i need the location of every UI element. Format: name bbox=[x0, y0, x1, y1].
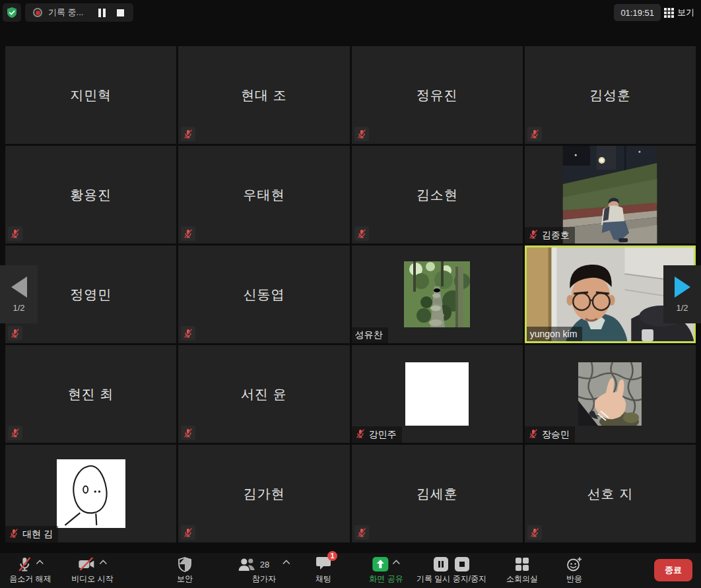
participant-tile[interactable]: 황용진 bbox=[5, 146, 176, 244]
muted-mic-icon bbox=[355, 428, 366, 439]
muted-mic-icon bbox=[356, 228, 367, 239]
chevron-up-icon[interactable] bbox=[392, 560, 400, 565]
participant-tile[interactable]: 장승민 bbox=[525, 345, 696, 443]
reactions-label: 반응 bbox=[566, 573, 582, 585]
meeting-toolbar: 음소거 해제 비디오 시작 보안 bbox=[0, 553, 701, 588]
muted-mic-icon bbox=[183, 527, 193, 538]
participant-tile[interactable]: 선호 지 bbox=[525, 445, 696, 542]
next-page-arrow-icon bbox=[675, 277, 690, 298]
participant-tile[interactable]: 우태현 bbox=[178, 146, 349, 244]
chevron-up-icon[interactable] bbox=[36, 560, 44, 565]
stop-recording-button[interactable] bbox=[117, 9, 124, 16]
muted-mic-icon bbox=[183, 428, 193, 438]
top-bar: 기록 중... 01:19:51 보기 bbox=[0, 0, 701, 25]
participant-tile[interactable]: 김종호 bbox=[525, 146, 696, 244]
pause-recording-button[interactable] bbox=[98, 9, 106, 17]
muted-mic-icon bbox=[528, 428, 539, 439]
reactions-smiley-icon bbox=[566, 556, 582, 572]
meeting-timer: 01:19:51 bbox=[614, 4, 661, 21]
participant-tile[interactable]: 신동엽 bbox=[178, 245, 349, 343]
participant-name: 김성훈 bbox=[525, 46, 696, 144]
chat-button[interactable]: 1 채팅 bbox=[316, 556, 331, 585]
participant-name: 우태현 bbox=[178, 146, 349, 244]
chevron-up-icon[interactable] bbox=[99, 560, 107, 565]
chevron-up-icon[interactable] bbox=[283, 560, 290, 565]
camera-muted-icon bbox=[78, 557, 95, 572]
jang-seungmin-photo bbox=[578, 362, 642, 426]
participant-tile[interactable]: 서진 윤 bbox=[178, 345, 349, 443]
participant-name: 현대 조 bbox=[178, 46, 349, 144]
pause-icon[interactable] bbox=[433, 556, 449, 572]
participants-button[interactable]: 28 참가자 bbox=[238, 556, 290, 585]
kim-jongho-photo bbox=[563, 146, 657, 244]
participant-name-chip: 장승민 bbox=[525, 426, 575, 443]
participants-count: 28 bbox=[260, 560, 269, 570]
page-indicator: 1/2 bbox=[13, 303, 24, 313]
muted-mic-icon bbox=[183, 228, 193, 239]
participant-name: 대현 김 bbox=[22, 529, 53, 540]
muted-mic-icon bbox=[356, 129, 367, 139]
end-meeting-button[interactable]: 종료 bbox=[654, 559, 692, 581]
meeting-info-shield-button[interactable] bbox=[3, 3, 21, 22]
muted-mic-slot bbox=[528, 428, 539, 441]
start-video-label: 비디오 시작 bbox=[71, 573, 113, 585]
participant-tile[interactable]: 김성훈 bbox=[525, 46, 696, 144]
muted-mic-badge bbox=[8, 226, 22, 241]
people-icon bbox=[238, 557, 256, 572]
chat-label: 채팅 bbox=[316, 573, 331, 585]
participants-label: 참가자 bbox=[252, 573, 276, 585]
muted-mic-badge bbox=[181, 525, 195, 540]
participant-tile[interactable]: 대현 김 bbox=[5, 445, 176, 542]
muted-mic-badge bbox=[181, 127, 195, 141]
view-button[interactable]: 보기 bbox=[661, 4, 697, 21]
muted-mic-icon bbox=[528, 229, 539, 240]
next-page-button[interactable]: 1/2 bbox=[663, 265, 701, 323]
reactions-button[interactable]: 반응 bbox=[566, 556, 582, 585]
participant-tile[interactable]: 지민혁 bbox=[5, 46, 176, 144]
participant-tile[interactable]: 김가현 bbox=[178, 445, 349, 542]
pause-stop-recording-button[interactable]: 기록 일시 중지/중지 bbox=[417, 556, 486, 585]
participant-name: 현진 최 bbox=[5, 345, 176, 443]
shield-check-icon bbox=[6, 7, 18, 18]
muted-mic-badge bbox=[181, 426, 195, 440]
muted-mic-icon bbox=[10, 228, 20, 239]
participant-tile[interactable]: 김세훈 bbox=[352, 445, 523, 542]
participant-name-chip: 김종호 bbox=[525, 227, 575, 244]
seong-yuchan-photo bbox=[404, 261, 470, 327]
participant-name: 정유진 bbox=[352, 46, 523, 144]
security-button[interactable]: 보안 bbox=[177, 556, 193, 585]
breakout-rooms-icon bbox=[515, 557, 529, 572]
kang-minju-image bbox=[405, 362, 469, 426]
share-screen-icon bbox=[372, 557, 388, 572]
muted-mic-icon bbox=[10, 428, 20, 438]
participant-tile[interactable]: 김소현 bbox=[352, 146, 523, 244]
muted-mic-icon bbox=[183, 129, 193, 139]
breakout-rooms-button[interactable]: 소회의실 bbox=[506, 556, 538, 585]
stop-icon[interactable] bbox=[454, 556, 470, 572]
page-indicator: 1/2 bbox=[676, 303, 688, 313]
participant-tile[interactable]: 정유진 bbox=[352, 46, 523, 144]
participant-tile[interactable]: 현대 조 bbox=[178, 46, 349, 144]
muted-mic-badge bbox=[8, 326, 22, 341]
participant-name: yungon kim bbox=[530, 329, 578, 339]
participant-name: 지민혁 bbox=[5, 46, 176, 144]
gallery-grid-icon bbox=[664, 8, 674, 18]
participant-tile[interactable]: 현진 최 bbox=[5, 345, 176, 443]
participant-media-image bbox=[405, 362, 469, 426]
participant-tile[interactable]: 강민주 bbox=[352, 345, 523, 443]
unmute-button[interactable]: 음소거 해제 bbox=[9, 556, 51, 585]
participant-tile[interactable]: 성유찬 bbox=[352, 245, 523, 343]
participant-name-chip: 대현 김 bbox=[5, 526, 58, 542]
muted-mic-badge bbox=[527, 127, 542, 141]
recording-indicator: 기록 중... bbox=[25, 3, 133, 22]
participant-name-chip: 강민주 bbox=[352, 426, 402, 443]
chat-badge: 1 bbox=[327, 551, 337, 561]
muted-mic-badge bbox=[527, 525, 542, 540]
start-video-button[interactable]: 비디오 시작 bbox=[71, 556, 113, 585]
muted-mic-icon bbox=[9, 528, 19, 539]
muted-mic-icon bbox=[529, 527, 540, 538]
share-screen-button[interactable]: 화면 공유 bbox=[369, 556, 403, 585]
previous-page-button[interactable]: 1/2 bbox=[0, 265, 38, 323]
daehyun-kim-drawing bbox=[57, 459, 125, 528]
muted-mic-badge bbox=[181, 326, 195, 341]
